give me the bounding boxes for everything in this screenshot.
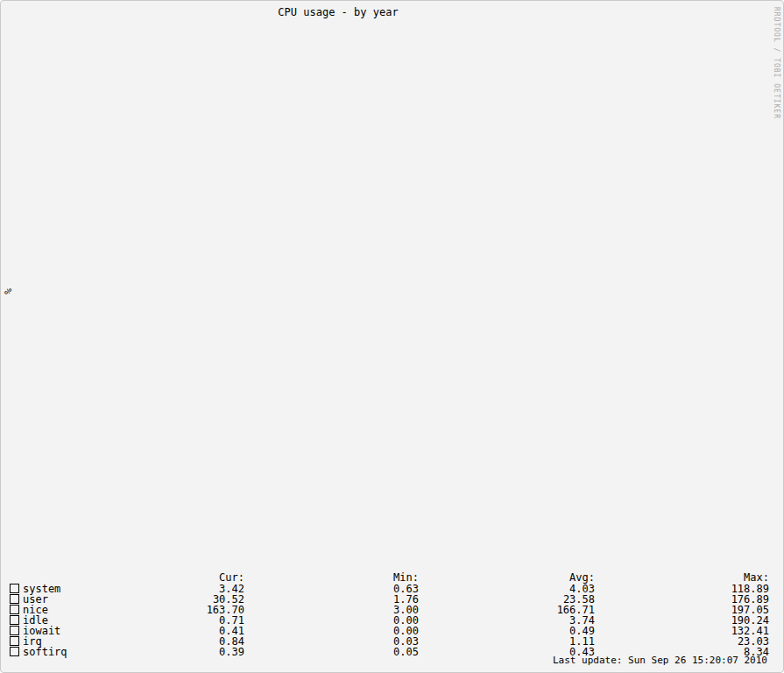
iowait-color-swatch: [10, 626, 19, 635]
legend-row-idle: idle 0.71 0.00 3.74 190.24: [1, 615, 783, 626]
legend-row-irq: irq 0.84 0.03 1.11 23.03: [1, 636, 783, 647]
system-color-swatch: [10, 584, 19, 593]
legend-header-row: Cur: Min: Avg: Max:: [1, 572, 783, 583]
legend-min-value: 0.05: [314, 647, 419, 657]
legend-row-system: system 3.42 0.63 4.03 118.89: [1, 584, 783, 594]
legend-header-min: Min:: [314, 572, 431, 583]
legend-row-user: user 30.52 1.76 23.58 176.89: [1, 594, 783, 605]
user-color-swatch: [10, 594, 19, 604]
legend-row-nice: nice 163.70 3.00 166.71 197.05: [1, 605, 783, 615]
legend-header-avg: Avg:: [490, 572, 607, 583]
irq-color-swatch: [10, 636, 19, 646]
rrdtool-graph: CPU usage - by year % RRDTOOL / TOBI OET…: [0, 0, 784, 673]
legend-header-max: Max:: [664, 572, 781, 583]
legend-row-iowait: iowait 0.41 0.00 0.49 132.41: [1, 626, 783, 636]
legend-header-cur: Cur:: [139, 572, 257, 583]
softirq-color-swatch: [10, 647, 19, 656]
last-update: Last update: Sun Sep 26 15:20:07 2010: [553, 655, 767, 666]
nice-color-swatch: [10, 605, 19, 614]
idle-color-swatch: [10, 615, 19, 625]
legend-label: softirq: [23, 647, 67, 657]
legend-cur-value: 0.39: [139, 647, 244, 657]
